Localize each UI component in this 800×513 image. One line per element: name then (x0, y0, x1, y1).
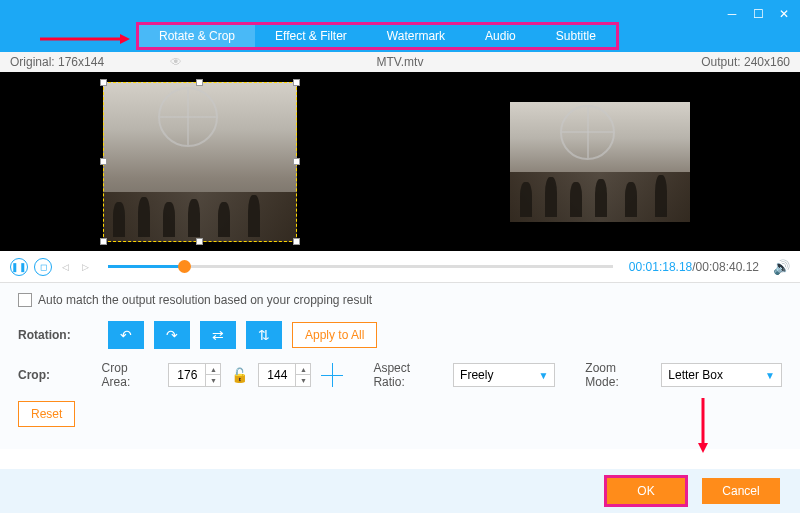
flip-horizontal-button[interactable]: ⇄ (200, 321, 236, 349)
playback-bar: ❚❚ ◻ ◁ ▷ 00:01:18.18/00:08:40.12 🔊 (0, 251, 800, 283)
next-frame-button[interactable]: ▷ (78, 260, 92, 274)
reset-button[interactable]: Reset (18, 401, 75, 427)
auto-match-label: Auto match the output resolution based o… (38, 293, 372, 307)
tab-rotate-crop[interactable]: Rotate & Crop (139, 25, 255, 47)
crop-height-down[interactable]: ▼ (296, 375, 310, 386)
tab-effect-filter[interactable]: Effect & Filter (255, 25, 367, 47)
chevron-down-icon: ▼ (765, 370, 775, 381)
aspect-ratio-select[interactable]: Freely▼ (453, 363, 555, 387)
tab-watermark[interactable]: Watermark (367, 25, 465, 47)
rotation-label: Rotation: (18, 328, 98, 342)
footer-bar: OK Cancel (0, 469, 800, 513)
maximize-icon[interactable]: ☐ (750, 6, 766, 22)
crop-handle-tr[interactable] (293, 79, 300, 86)
info-bar: Original: 176x144 👁 MTV.mtv Output: 240x… (0, 52, 800, 72)
crop-width-field[interactable] (169, 368, 205, 382)
chevron-down-icon: ▼ (538, 370, 548, 381)
svg-marker-1 (120, 34, 130, 44)
zoom-mode-select[interactable]: Letter Box▼ (661, 363, 782, 387)
settings-panel: Auto match the output resolution based o… (0, 283, 800, 449)
crop-label: Crop: (18, 368, 92, 382)
crop-handle-bl[interactable] (100, 238, 107, 245)
crop-area-label: Crop Area: (102, 361, 155, 389)
output-preview (400, 72, 800, 251)
rotate-right-button[interactable]: ↷ (154, 321, 190, 349)
original-resolution-label: Original: 176x144 (10, 55, 104, 69)
flip-vertical-button[interactable]: ⇅ (246, 321, 282, 349)
crop-handle-r[interactable] (293, 158, 300, 165)
close-icon[interactable]: ✕ (776, 6, 792, 22)
crop-height-up[interactable]: ▲ (296, 364, 310, 375)
lock-aspect-icon[interactable]: 🔓 (231, 367, 248, 383)
crop-width-down[interactable]: ▼ (206, 375, 220, 386)
filename-label: MTV.mtv (377, 55, 424, 69)
current-time: 00:01:18.18 (629, 260, 692, 274)
crop-height-field[interactable] (259, 368, 295, 382)
cancel-button[interactable]: Cancel (702, 478, 780, 504)
total-duration: /00:08:40.12 (692, 260, 759, 274)
crop-handle-l[interactable] (100, 158, 107, 165)
pause-button[interactable]: ❚❚ (10, 258, 28, 276)
crop-width-input[interactable]: ▲▼ (168, 363, 221, 387)
crop-handle-tl[interactable] (100, 79, 107, 86)
crop-handle-b[interactable] (196, 238, 203, 245)
crop-width-up[interactable]: ▲ (206, 364, 220, 375)
tab-audio[interactable]: Audio (465, 25, 536, 47)
tabs-highlight-box: Rotate & Crop Effect & Filter Watermark … (136, 22, 619, 50)
titlebar: ─ ☐ ✕ Rotate & Crop Effect & Filter Wate… (0, 0, 800, 52)
position-picker-icon[interactable] (321, 363, 343, 387)
video-frame-output (510, 102, 690, 222)
minimize-icon[interactable]: ─ (724, 6, 740, 22)
seek-slider[interactable] (108, 265, 613, 268)
aspect-ratio-label: Aspect Ratio: (373, 361, 439, 389)
crop-height-input[interactable]: ▲▼ (258, 363, 311, 387)
auto-match-checkbox[interactable] (18, 293, 32, 307)
zoom-mode-label: Zoom Mode: (585, 361, 647, 389)
aspect-ratio-value: Freely (460, 368, 493, 382)
rotate-left-button[interactable]: ↶ (108, 321, 144, 349)
original-preview[interactable] (0, 72, 400, 251)
stop-button[interactable]: ◻ (34, 258, 52, 276)
crop-handle-t[interactable] (196, 79, 203, 86)
seek-thumb[interactable] (178, 260, 191, 273)
tab-subtitle[interactable]: Subtitle (536, 25, 616, 47)
prev-frame-button[interactable]: ◁ (58, 260, 72, 274)
annotation-arrow-ok (696, 398, 710, 453)
preview-area (0, 72, 800, 251)
crop-selection-box[interactable] (103, 82, 297, 242)
apply-to-all-button[interactable]: Apply to All (292, 322, 377, 348)
svg-marker-3 (698, 443, 708, 453)
annotation-arrow-tabs (40, 33, 130, 45)
zoom-mode-value: Letter Box (668, 368, 723, 382)
crop-handle-br[interactable] (293, 238, 300, 245)
output-resolution-label: Output: 240x160 (701, 55, 790, 69)
volume-icon[interactable]: 🔊 (773, 259, 790, 275)
ok-button[interactable]: OK (604, 475, 688, 507)
preview-toggle-icon[interactable]: 👁 (170, 55, 182, 69)
